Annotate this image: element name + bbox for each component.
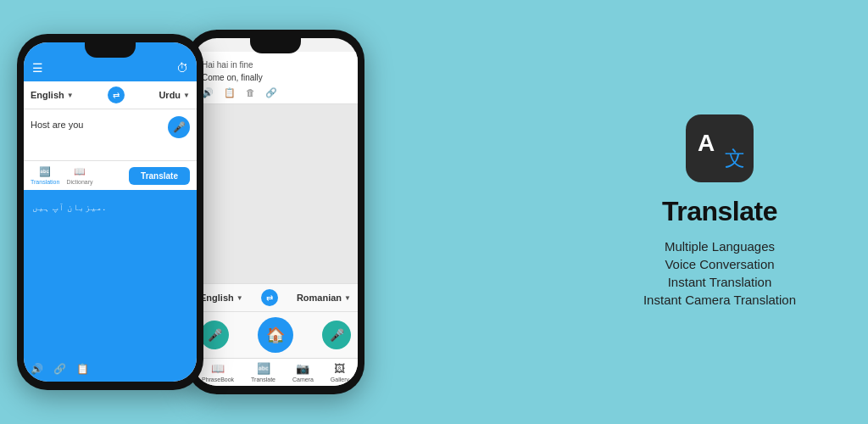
tab-dictionary[interactable]: 📖 Dictionary <box>66 166 92 185</box>
gallery-icon: 🖼 <box>334 362 345 375</box>
p2-mic-right-button[interactable]: 🎤 <box>322 321 351 349</box>
p2-target-lang-label: Romanian <box>297 293 342 303</box>
p2-lang-bar: English ▼ ⇄ Romanian ▼ <box>193 283 358 312</box>
p2-source-lang-selector[interactable]: English ▼ <box>200 293 243 303</box>
p2-share-icon[interactable]: 🔗 <box>265 87 277 98</box>
p2-delete-icon[interactable]: 🗑 <box>246 87 255 98</box>
speaker-icon[interactable]: 🔊 <box>31 363 43 375</box>
target-lang-arrow: ▼ <box>183 92 190 99</box>
target-lang-selector[interactable]: Urdu ▼ <box>159 90 190 100</box>
feature-2: Voice Conversation <box>643 257 796 271</box>
translation-icon: 🔤 <box>39 166 51 177</box>
p2-nav-phrasebook[interactable]: 📖 PhraseBook <box>202 362 234 382</box>
p2-copy-icon[interactable]: 📋 <box>224 87 236 98</box>
p1-lang-bar: English ▼ ⇄ Urdu ▼ <box>24 81 197 109</box>
dictionary-icon: 📖 <box>74 166 86 177</box>
phone-1-screen: ☰ ⏱ English ▼ ⇄ Urdu ▼ H <box>24 42 197 382</box>
target-lang-label: Urdu <box>159 90 181 100</box>
mic-icon: 🎤 <box>173 121 186 133</box>
p2-nav-translate[interactable]: 🔤 Translate <box>251 362 275 382</box>
translate-nav-icon: 🔤 <box>257 362 270 375</box>
history-icon[interactable]: ⏱ <box>176 61 188 75</box>
copy-icon[interactable]: 📋 <box>76 363 89 375</box>
camera-icon: 📷 <box>296 362 309 375</box>
app-icon: A 文 <box>686 114 754 182</box>
p2-speaker-icon[interactable]: 🔊 <box>202 87 214 98</box>
p2-mic-left-button[interactable]: 🎤 <box>200 321 229 349</box>
mic-button[interactable]: 🎤 <box>168 116 190 138</box>
p2-target-lang-selector[interactable]: Romanian ▼ <box>297 293 351 303</box>
feature-4: Instant Camera Translation <box>643 293 796 307</box>
p1-output-icons: 🔊 🔗 📋 <box>31 363 89 375</box>
p1-input-text: Host are you <box>31 120 83 130</box>
feature-list: Multiple Languages Voice Conversation In… <box>643 239 796 310</box>
p2-swap-button[interactable]: ⇄ <box>261 289 278 306</box>
p2-source-lang-label: English <box>200 293 234 303</box>
p2-nav-camera[interactable]: 📷 Camera <box>292 362 314 382</box>
p2-mic-row: 🎤 🏠 🎤 <box>193 312 358 358</box>
phrasebook-icon: 📖 <box>211 362 225 375</box>
p1-input-area: Host are you 🎤 <box>24 109 197 160</box>
phone-2-screen: Hai hai in fine Come on, finally 🔊 📋 🗑 🔗… <box>193 38 358 386</box>
p2-source-text: Hai hai in fine <box>202 60 349 70</box>
notch-1 <box>85 42 136 58</box>
feature-1: Multiple Languages <box>643 239 796 254</box>
p2-home-icon: 🏠 <box>266 326 285 344</box>
app-title: Translate <box>662 196 777 227</box>
p2-translation-output: Hai hai in fine Come on, finally 🔊 📋 🗑 🔗 <box>193 52 358 104</box>
p1-output: میزبان آپ ہیں. 🔊 🔗 📋 <box>24 190 197 382</box>
menu-icon[interactable]: ☰ <box>32 61 43 75</box>
app-icon-translate-letter: 文 <box>725 145 745 172</box>
source-lang-selector[interactable]: English ▼ <box>31 90 74 100</box>
p2-action-icons: 🔊 📋 🗑 🔗 <box>202 87 349 98</box>
share-icon[interactable]: 🔗 <box>53 363 66 375</box>
p1-tabs: 🔤 Translation 📖 Dictionary Translate <box>24 160 197 190</box>
source-lang-arrow: ▼ <box>67 92 74 99</box>
p2-mic-right-icon: 🎤 <box>330 328 344 342</box>
phone-2: Hai hai in fine Come on, finally 🔊 📋 🗑 🔗… <box>186 30 364 394</box>
p2-translated-text: Come on, finally <box>202 73 349 82</box>
p2-home-button[interactable]: 🏠 <box>258 317 293 353</box>
tab-translation[interactable]: 🔤 Translation <box>31 166 59 185</box>
p2-bottom-nav: 📖 PhraseBook 🔤 Translate 📷 Camera 🖼 Gall… <box>193 358 358 386</box>
p2-mic-left-icon: 🎤 <box>208 328 222 342</box>
translate-button[interactable]: Translate <box>129 167 190 185</box>
phone-1: ☰ ⏱ English ▼ ⇄ Urdu ▼ H <box>17 34 203 390</box>
info-section: A 文 Translate Multiple Languages Voice C… <box>580 0 868 424</box>
notch-2 <box>250 38 301 53</box>
feature-3: Instant Translation <box>643 275 796 289</box>
p2-nav-gallery[interactable]: 🖼 Gallery <box>331 362 349 382</box>
p1-output-text: میزبان آپ ہیں. <box>32 202 105 212</box>
source-lang-label: English <box>31 90 64 100</box>
p2-middle-area <box>193 104 358 283</box>
app-icon-a-letter: A <box>698 130 715 157</box>
swap-button[interactable]: ⇄ <box>108 86 125 103</box>
